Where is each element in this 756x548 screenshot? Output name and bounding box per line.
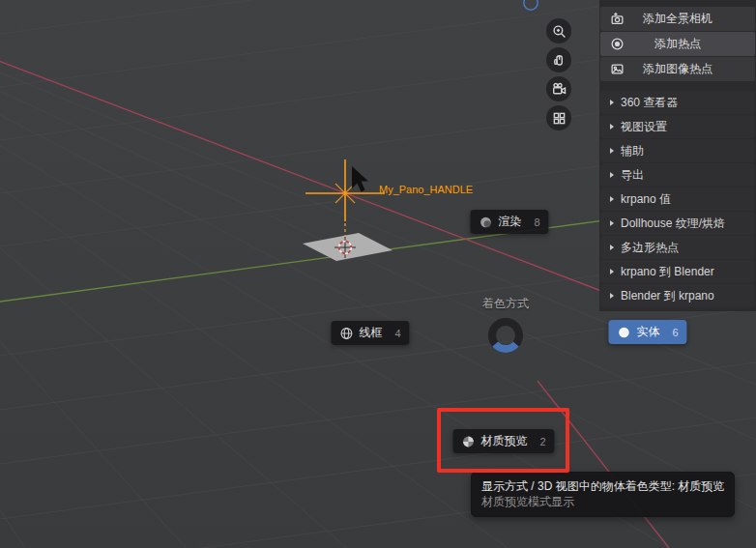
add-image-hotspot-label: 添加图像热点 <box>643 61 712 77</box>
add-hotspot-button[interactable]: 添加热点 <box>600 32 755 56</box>
image-hotspot-icon <box>610 62 625 76</box>
grid-ortho-icon <box>552 111 567 126</box>
chevron-right-icon <box>610 100 614 105</box>
camera-view-button[interactable] <box>546 76 571 101</box>
pie-item-solid[interactable]: 实体 6 <box>608 320 686 344</box>
section-label: 视图设置 <box>621 119 667 135</box>
pie-item-rendered[interactable]: 渲染 8 <box>470 210 548 234</box>
move-gizmo[interactable] <box>305 159 385 242</box>
hand-pan-icon <box>552 53 567 68</box>
pie-item-shortcut: 4 <box>394 328 400 339</box>
section-label: 辅助 <box>621 143 644 159</box>
chevron-right-icon <box>610 196 614 202</box>
pie-item-label: 线框 <box>359 325 382 341</box>
solid-sphere-icon <box>617 326 630 339</box>
add-pano-camera-label: 添加全景相机 <box>643 11 712 27</box>
sidebar-section-blender-to-krpano[interactable]: Blender 到 krpano <box>600 284 755 307</box>
pie-item-shortcut: 6 <box>672 327 678 338</box>
section-label: krpano 到 Blender <box>621 264 714 280</box>
sidebar-section-dollhouse-bake[interactable]: Dollhouse 纹理/烘焙 <box>600 212 755 235</box>
section-label: 360 查看器 <box>621 95 678 111</box>
annotation-highlight-box <box>437 408 569 473</box>
chevron-right-icon <box>610 293 614 299</box>
blender-3d-viewport: My_Pano_HANDLE <box>0 0 756 548</box>
section-label: 多边形热点 <box>621 240 679 256</box>
sidebar-sections: 360 查看器 视图设置 辅助 导出 krpano 值 Dollhouse 纹理… <box>599 91 756 307</box>
navigation-gizmo-circle[interactable] <box>524 0 538 10</box>
pie-menu-center-widget <box>486 316 525 359</box>
chevron-right-icon <box>610 124 614 130</box>
chevron-right-icon <box>610 172 614 178</box>
object-label: My_Pano_HANDLE <box>379 184 473 195</box>
tooltip-description: 材质预览模式显示 <box>481 494 724 509</box>
chevron-right-icon <box>610 148 614 154</box>
krpano-sidebar-panel: 添加全景相机 添加热点 添加图像热点 360 查看 <box>599 0 756 311</box>
pan-button[interactable] <box>546 47 571 72</box>
sidebar-section-360-viewer[interactable]: 360 查看器 <box>600 91 755 114</box>
hotspot-icon <box>610 37 625 51</box>
camera-view-icon <box>552 82 567 97</box>
rendered-sphere-icon <box>479 216 492 229</box>
pie-item-label: 渲染 <box>498 214 521 230</box>
tooltip-title: 显示方式 / 3D 视图中的物体着色类型: 材质预览 <box>481 478 724 494</box>
sidebar-section-view-settings[interactable]: 视图设置 <box>600 115 755 138</box>
sidebar-section-polygon-hotspot[interactable]: 多边形热点 <box>600 236 755 259</box>
section-label: Dollhouse 纹理/烘焙 <box>621 216 725 232</box>
section-label: krpano 值 <box>621 191 671 208</box>
section-label: 导出 <box>621 167 644 184</box>
pie-item-label: 实体 <box>636 324 659 340</box>
chevron-right-icon <box>610 269 614 274</box>
tooltip: 显示方式 / 3D 视图中的物体着色类型: 材质预览 材质预览模式显示 <box>471 472 735 517</box>
chevron-right-icon <box>610 245 614 250</box>
sidebar-section-krpano-values[interactable]: krpano 值 <box>600 187 755 211</box>
ortho-grid-button[interactable] <box>546 105 571 130</box>
mouse-cursor-icon <box>352 166 368 192</box>
add-pano-camera-button[interactable]: 添加全景相机 <box>600 7 755 31</box>
chevron-right-icon <box>610 220 614 226</box>
pie-menu-title: 着色方式 <box>482 296 529 312</box>
pie-item-wireframe[interactable]: 线框 4 <box>331 321 409 345</box>
zoom-button[interactable] <box>546 18 571 43</box>
zoom-in-icon <box>552 24 567 39</box>
section-label: Blender 到 krpano <box>621 288 714 304</box>
add-hotspot-label: 添加热点 <box>654 36 701 52</box>
pano-camera-icon <box>610 12 625 26</box>
sidebar-section-krpano-to-blender[interactable]: krpano 到 Blender <box>600 260 755 283</box>
sidebar-section-assist[interactable]: 辅助 <box>600 139 755 162</box>
sidebar-section-export[interactable]: 导出 <box>600 163 755 187</box>
viewport-nav-buttons <box>546 18 571 134</box>
wireframe-sphere-icon <box>339 327 353 340</box>
add-image-hotspot-button[interactable]: 添加图像热点 <box>600 57 755 81</box>
pie-item-shortcut: 8 <box>534 216 539 228</box>
